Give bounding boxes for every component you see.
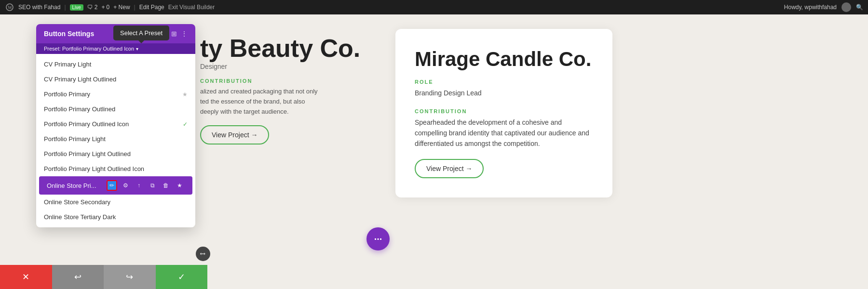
mirage-title: Mirage Candle Co. bbox=[415, 48, 593, 70]
list-item[interactable]: Online Store Post... bbox=[36, 224, 195, 227]
left-view-project-button[interactable]: View Project → bbox=[200, 125, 269, 144]
panel-preset-bar[interactable]: Preset: Portfolio Primary Outlined Icon … bbox=[36, 43, 195, 54]
panel-more-icon[interactable]: ⋮ bbox=[181, 30, 188, 38]
redo-icon: ↪ bbox=[126, 272, 133, 282]
list-item[interactable]: Portfolio Primary ★ bbox=[36, 87, 195, 102]
fab-button[interactable]: ··· bbox=[366, 227, 390, 250]
new-button[interactable]: + New bbox=[113, 4, 130, 11]
panel-preset-arrow-icon: ▾ bbox=[136, 46, 138, 52]
mirage-contribution-label: CONTRIBUTION bbox=[415, 108, 593, 114]
user-avatar[interactable] bbox=[841, 2, 851, 12]
list-item[interactable]: Online Store Secondary bbox=[36, 195, 195, 210]
left-subtitle: Designer bbox=[200, 63, 360, 70]
user-greeting[interactable]: Howdy, wpwithfahad bbox=[784, 4, 837, 11]
item-label: CV Primary Light bbox=[44, 61, 188, 68]
site-name[interactable]: SEO with Fahad bbox=[18, 4, 60, 11]
fab-dots-icon: ··· bbox=[374, 234, 382, 244]
undo-button[interactable]: ↩ bbox=[52, 265, 104, 289]
separator: | bbox=[64, 4, 66, 11]
wp-logo-icon[interactable]: W bbox=[5, 2, 14, 12]
copy-preset-button[interactable]: ⧉ bbox=[147, 180, 158, 191]
panel-preset-label: Preset: Portfolio Primary Outlined Icon bbox=[44, 46, 134, 52]
list-item[interactable]: Portfolio Primary Light Outlined Icon bbox=[36, 161, 195, 176]
item-label: Online Store Secondary bbox=[44, 198, 188, 206]
live-badge: Live bbox=[70, 4, 83, 11]
updates-counter[interactable]: + 0 bbox=[102, 4, 110, 11]
item-label: Online Store Pri... bbox=[47, 182, 107, 189]
undo-icon: ↩ bbox=[74, 272, 81, 282]
item-label: Portfolio Primary Light Outlined Icon bbox=[44, 165, 188, 172]
edit-page-link[interactable]: Edit Page bbox=[139, 4, 164, 11]
mirage-view-project-button[interactable]: View Project → bbox=[415, 159, 484, 178]
cancel-button[interactable]: ✕ bbox=[0, 265, 52, 289]
item-label: Portfolio Primary Light bbox=[44, 135, 188, 143]
cancel-icon: ✕ bbox=[22, 272, 29, 282]
list-item[interactable]: CV Primary Light Outlined bbox=[36, 72, 195, 87]
search-icon[interactable]: 🔍 bbox=[856, 4, 863, 11]
admin-bar-left: W SEO with Fahad | Live 🗨 2 + 0 + New | … bbox=[5, 2, 779, 12]
save-button[interactable]: ✓ bbox=[156, 265, 208, 289]
button-settings-panel: Button Settings ⊞ ⋮ Preset: Portfolio Pr… bbox=[36, 24, 195, 227]
left-card-partial: ty Beauty Co. Designer CONTRIBUTION aliz… bbox=[200, 34, 360, 144]
list-item[interactable]: Portfolio Primary Outlined bbox=[36, 102, 195, 117]
exit-visual-builder-link[interactable]: Exit Visual Builder bbox=[168, 4, 215, 11]
card-mirage: Mirage Candle Co. ROLE Branding Design L… bbox=[395, 29, 612, 197]
list-item[interactable]: Portfolio Primary Light Outlined bbox=[36, 146, 195, 161]
preset-dropdown: CV Primary Light CV Primary Light Outlin… bbox=[36, 54, 195, 227]
mirage-contribution-text: Spearheaded the development of a cohesiv… bbox=[415, 117, 593, 149]
list-item[interactable]: Portfolio Primary Light bbox=[36, 131, 195, 146]
separator2: | bbox=[134, 4, 136, 11]
save-icon: ✓ bbox=[178, 272, 185, 282]
item-label: Portfolio Primary bbox=[44, 91, 179, 98]
list-item[interactable]: Portfolio Primary Outlined Icon ✓ bbox=[36, 117, 195, 131]
mirage-role-label: ROLE bbox=[415, 79, 593, 85]
comments-counter[interactable]: 🗨 2 bbox=[87, 4, 98, 11]
edit-preset-button[interactable]: ✏ bbox=[107, 180, 117, 191]
left-contribution-text: alized and created packaging that not on… bbox=[200, 87, 360, 117]
item-label: Portfolio Primary Outlined bbox=[44, 105, 188, 113]
drag-handle-icon: ⤢ bbox=[198, 249, 208, 259]
settings-preset-button[interactable]: ⚙ bbox=[120, 180, 131, 191]
item-label: Portfolio Primary Light Outlined bbox=[44, 150, 188, 158]
admin-bar: W SEO with Fahad | Live 🗨 2 + 0 + New | … bbox=[0, 0, 868, 14]
admin-bar-right: Howdy, wpwithfahad 🔍 bbox=[784, 2, 863, 12]
item-label: Online Store Tertiary Dark bbox=[44, 213, 188, 221]
svg-text:W: W bbox=[8, 5, 13, 10]
check-icon: ✓ bbox=[183, 121, 188, 128]
redo-button[interactable]: ↪ bbox=[104, 265, 156, 289]
item-label: Portfolio Primary Outlined Icon bbox=[44, 120, 180, 128]
panel-grid-icon[interactable]: ⊞ bbox=[171, 30, 177, 38]
left-contribution-label: CONTRIBUTION bbox=[200, 78, 360, 84]
panel-header: Button Settings ⊞ ⋮ bbox=[36, 24, 195, 43]
drag-handle[interactable]: ⤢ bbox=[196, 247, 210, 261]
export-preset-button[interactable]: ↑ bbox=[134, 180, 144, 191]
bottom-toolbar: ✕ ↩ ↪ ✓ bbox=[0, 265, 207, 289]
online-store-primary-item[interactable]: Online Store Pri... ✏ ⚙ ↑ ⧉ 🗑 ★ bbox=[39, 176, 192, 195]
left-title: ty Beauty Co. bbox=[200, 34, 360, 63]
star-preset-button[interactable]: ★ bbox=[174, 180, 185, 191]
star-icon: ★ bbox=[182, 91, 188, 98]
mirage-role-value: Branding Design Lead bbox=[415, 88, 593, 98]
item-label: CV Primary Light Outlined bbox=[44, 76, 188, 83]
list-item[interactable]: CV Primary Light bbox=[36, 57, 195, 72]
delete-preset-button[interactable]: 🗑 bbox=[161, 180, 171, 191]
panel-header-icons: ⊞ ⋮ bbox=[171, 30, 188, 38]
active-actions: ✏ ⚙ ↑ ⧉ 🗑 ★ bbox=[107, 180, 185, 191]
list-item[interactable]: Online Store Tertiary Dark bbox=[36, 210, 195, 224]
panel-title: Button Settings bbox=[44, 30, 94, 38]
